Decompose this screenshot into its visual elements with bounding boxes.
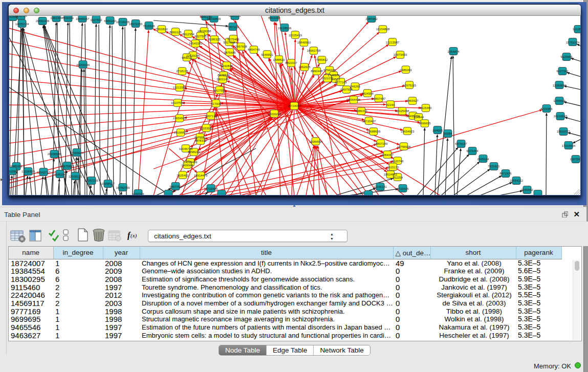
svg-text:10975887: 10975887 <box>60 165 74 168</box>
svg-text:14055724: 14055724 <box>15 23 29 26</box>
svg-text:1654874: 1654874 <box>447 50 460 53</box>
svg-text:16571355: 16571355 <box>129 23 143 26</box>
svg-text:9084067: 9084067 <box>381 154 394 157</box>
svg-text:2087682: 2087682 <box>365 17 378 20</box>
svg-text:2718176: 2718176 <box>176 70 188 73</box>
svg-text:10719155: 10719155 <box>116 20 130 24</box>
svg-text:9146821: 9146821 <box>261 53 273 56</box>
svg-text:19218506: 19218506 <box>278 27 292 30</box>
svg-text:9857791: 9857791 <box>169 185 182 188</box>
svg-text:16914479: 16914479 <box>194 174 208 177</box>
svg-text:3267130: 3267130 <box>205 115 217 118</box>
svg-text:8475529: 8475529 <box>217 74 230 77</box>
svg-text:12213389: 12213389 <box>173 86 187 89</box>
svg-text:10807487: 10807487 <box>372 97 386 100</box>
svg-text:10655267: 10655267 <box>76 17 90 20</box>
svg-text:9129966: 9129966 <box>560 55 573 58</box>
svg-text:19384554: 19384554 <box>309 140 323 143</box>
svg-text:252254: 252254 <box>393 176 403 179</box>
svg-text:6497508: 6497508 <box>340 88 353 91</box>
svg-text:15716485: 15716485 <box>204 187 218 190</box>
svg-text:10107552: 10107552 <box>171 101 185 104</box>
svg-text:15751074: 15751074 <box>566 41 580 44</box>
svg-text:20364436: 20364436 <box>347 98 361 101</box>
svg-text:2935114: 2935114 <box>477 158 490 161</box>
svg-text:8186325: 8186325 <box>208 38 221 41</box>
svg-text:20053346: 20053346 <box>76 63 90 67</box>
svg-text:11136141: 11136141 <box>374 185 387 188</box>
svg-text:11156819: 11156819 <box>21 170 35 173</box>
svg-text:8990448: 8990448 <box>311 70 323 73</box>
svg-text:746266: 746266 <box>350 85 361 88</box>
svg-text:8813051: 8813051 <box>229 16 241 17</box>
svg-text:16543382: 16543382 <box>189 42 203 45</box>
svg-text:11325419: 11325419 <box>289 34 302 37</box>
svg-text:10973493: 10973493 <box>394 53 407 56</box>
svg-text:10958117: 10958117 <box>101 182 115 185</box>
svg-text:1588520: 1588520 <box>273 58 285 61</box>
svg-text:6120746: 6120746 <box>391 160 404 163</box>
svg-text:15720407: 15720407 <box>362 120 376 123</box>
svg-text:1145194: 1145194 <box>54 173 67 176</box>
svg-text:7357224: 7357224 <box>227 26 239 29</box>
svg-text:9275466: 9275466 <box>227 38 239 41</box>
svg-text:9463627: 9463627 <box>406 99 419 102</box>
svg-text:17957255: 17957255 <box>85 179 99 182</box>
svg-text:1527602: 1527602 <box>90 18 102 21</box>
svg-text:7515526: 7515526 <box>143 25 155 28</box>
svg-text:16210643: 16210643 <box>554 115 568 118</box>
svg-text:9115460: 9115460 <box>420 106 432 110</box>
svg-text:8471676: 8471676 <box>499 172 512 175</box>
svg-text:62160: 62160 <box>386 103 395 106</box>
svg-text:16033809: 16033809 <box>207 17 221 20</box>
svg-text:6879197: 6879197 <box>455 142 467 145</box>
svg-text:7955812: 7955812 <box>316 58 328 61</box>
svg-text:7663822: 7663822 <box>156 28 168 31</box>
svg-text:12505135: 12505135 <box>69 175 82 178</box>
svg-text:12093872: 12093872 <box>553 84 567 87</box>
svg-text:59384: 59384 <box>444 132 452 135</box>
svg-text:12213987: 12213987 <box>386 41 400 44</box>
svg-text:164095: 164095 <box>432 129 443 132</box>
svg-text:9777169: 9777169 <box>335 81 347 84</box>
svg-text:1192344: 1192344 <box>133 192 145 195</box>
svg-text:154944: 154944 <box>413 116 424 119</box>
svg-text:8427552: 8427552 <box>213 89 226 92</box>
svg-text:9699695: 9699695 <box>419 122 431 125</box>
svg-text:2803144: 2803144 <box>216 78 229 81</box>
svg-text:7386372: 7386372 <box>355 110 367 113</box>
svg-text:1615172: 1615172 <box>387 166 399 169</box>
svg-text:16782759: 16782759 <box>116 186 130 189</box>
svg-text:8215955: 8215955 <box>540 107 553 111</box>
svg-text:10654112: 10654112 <box>510 179 524 182</box>
svg-text:7632621: 7632621 <box>488 165 500 168</box>
svg-text:(x): (x) <box>130 232 137 239</box>
svg-text:18300295: 18300295 <box>268 113 281 116</box>
svg-text:18807249: 18807249 <box>374 142 388 145</box>
svg-text:17359924: 17359924 <box>70 151 84 155</box>
svg-text:8660125: 8660125 <box>169 31 182 34</box>
svg-text:10688609: 10688609 <box>367 130 381 133</box>
svg-text:3875685: 3875685 <box>224 51 236 54</box>
svg-text:9474444: 9474444 <box>466 149 478 152</box>
svg-text:18226058: 18226058 <box>198 30 211 33</box>
svg-text:2055724: 2055724 <box>15 16 27 17</box>
svg-text:19654923: 19654923 <box>401 130 415 133</box>
svg-text:15840910: 15840910 <box>297 41 311 44</box>
svg-text:15692971: 15692971 <box>557 130 571 133</box>
svg-text:18724007: 18724007 <box>288 104 301 107</box>
svg-text:16961758: 16961758 <box>307 49 321 52</box>
svg-text:3824554: 3824554 <box>361 92 374 95</box>
svg-text:9227342: 9227342 <box>556 70 569 73</box>
svg-text:9327508: 9327508 <box>223 41 235 44</box>
svg-text:1362615: 1362615 <box>298 65 311 69</box>
svg-text:19756928: 19756928 <box>397 145 411 148</box>
svg-text:8912954: 8912954 <box>182 33 194 36</box>
svg-text:391590: 391590 <box>9 170 18 173</box>
svg-text:12942737: 12942737 <box>37 171 51 174</box>
svg-text:1063309: 1063309 <box>50 16 62 19</box>
svg-text:1409949: 1409949 <box>181 164 193 167</box>
svg-text:17016504: 17016504 <box>562 144 576 147</box>
svg-text:8822037: 8822037 <box>285 61 297 64</box>
svg-text:1167533: 1167533 <box>570 158 580 161</box>
